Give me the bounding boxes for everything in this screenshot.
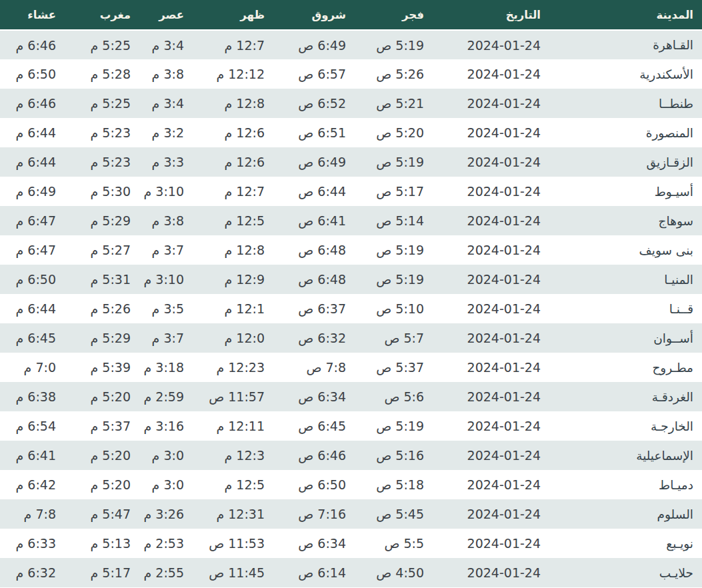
cell-fajr: 4:50 ص [355, 558, 433, 587]
cell-asr: 3:18 م [139, 353, 193, 382]
cell-dhuhr: 12:0 م [193, 323, 273, 353]
cell-date: 2024-01-24 [433, 323, 549, 353]
date-value: 2024-01-24 [467, 477, 541, 492]
date-value: 2024-01-24 [467, 331, 541, 345]
cell-sunrise: 6:37 ص [273, 294, 355, 323]
table-row: طنطــا2024-01-245:21 ص6:52 ص12:8 م3:4 م5… [0, 89, 702, 118]
cell-maghrib: 5:23 م [65, 118, 139, 147]
cell-dhuhr: 12:6 م [193, 147, 273, 177]
cell-date: 2024-01-24 [433, 147, 549, 177]
cell-date: 2024-01-24 [433, 441, 549, 470]
cell-maghrib: 5:29 م [65, 323, 139, 353]
cell-isha: 6:32 م [0, 558, 65, 587]
table-row: أسيـوط2024-01-245:17 ص6:44 ص12:7 م3:10 م… [0, 177, 702, 206]
table-row: سوهاج2024-01-245:14 ص6:41 ص12:5 م3:8 م5:… [0, 206, 702, 235]
cell-city: حلايـب [549, 558, 702, 587]
table-row: دميـاط2024-01-245:18 ص6:50 ص12:5 م3:0 م5… [0, 470, 702, 499]
cell-asr: 2:55 م [139, 558, 193, 587]
cell-sunrise: 6:50 ص [273, 470, 355, 499]
cell-asr: 3:7 م [139, 235, 193, 265]
cell-sunrise: 7:8 ص [273, 353, 355, 382]
cell-asr: 3:2 م [139, 118, 193, 147]
cell-maghrib: 5:27 م [65, 235, 139, 265]
cell-city: بنى سويف [549, 235, 702, 265]
cell-sunrise: 6:45 ص [273, 411, 355, 441]
cell-maghrib: 5:20 م [65, 470, 139, 499]
cell-dhuhr: 11:45 ص [193, 558, 273, 587]
cell-sunrise: 6:14 ص [273, 558, 355, 587]
cell-isha: 6:44 م [0, 118, 65, 147]
cell-asr: 3:8 م [139, 206, 193, 235]
cell-dhuhr: 12:12 م [193, 59, 273, 89]
cell-sunrise: 6:48 ص [273, 265, 355, 294]
cell-sunrise: 6:57 ص [273, 59, 355, 89]
cell-city: القـاهرة [549, 30, 702, 59]
column-header-isha: عشاء [0, 0, 65, 30]
table-row: الأسكندرية2024-01-245:26 ص6:57 ص12:12 م3… [0, 59, 702, 89]
table-header: المدينةالتاريخفجرشروقظهرعصرمغربعشاء [0, 0, 702, 30]
cell-fajr: 5:19 ص [355, 411, 433, 441]
cell-date: 2024-01-24 [433, 206, 549, 235]
cell-maghrib: 5:31 م [65, 265, 139, 294]
cell-maghrib: 5:26 م [65, 294, 139, 323]
cell-asr: 3:0 م [139, 441, 193, 470]
cell-date: 2024-01-24 [433, 118, 549, 147]
cell-isha: 6:46 م [0, 89, 65, 118]
cell-asr: 3:4 م [139, 89, 193, 118]
cell-fajr: 5:19 ص [355, 147, 433, 177]
date-value: 2024-01-24 [467, 301, 541, 316]
cell-date: 2024-01-24 [433, 499, 549, 529]
cell-fajr: 5:45 ص [355, 499, 433, 529]
cell-asr: 3:7 م [139, 323, 193, 353]
cell-fajr: 5:37 ص [355, 353, 433, 382]
cell-city: الإسماعيلية [549, 441, 702, 470]
cell-date: 2024-01-24 [433, 382, 549, 411]
cell-dhuhr: 12:5 م [193, 206, 273, 235]
cell-dhuhr: 12:8 م [193, 89, 273, 118]
cell-isha: 6:47 م [0, 235, 65, 265]
cell-city: سوهاج [549, 206, 702, 235]
table-row: المنصورة2024-01-245:20 ص6:51 ص12:6 م3:2 … [0, 118, 702, 147]
cell-sunrise: 6:51 ص [273, 118, 355, 147]
table-row: بنى سويف2024-01-245:19 ص6:48 ص12:8 م3:7 … [0, 235, 702, 265]
table-row: القـاهرة2024-01-245:19 ص6:49 ص12:7 م3:4 … [0, 30, 702, 59]
cell-maghrib: 5:28 م [65, 59, 139, 89]
cell-sunrise: 7:16 ص [273, 499, 355, 529]
table-row: المنيـا2024-01-245:19 ص6:48 ص12:9 م3:10 … [0, 265, 702, 294]
cell-city: المنصورة [549, 118, 702, 147]
cell-date: 2024-01-24 [433, 294, 549, 323]
cell-city: نويـبع [549, 529, 702, 558]
cell-city: السلوم [549, 499, 702, 529]
cell-date: 2024-01-24 [433, 177, 549, 206]
cell-maghrib: 5:13 م [65, 529, 139, 558]
cell-asr: 2:53 م [139, 529, 193, 558]
cell-maghrib: 5:25 م [65, 89, 139, 118]
cell-sunrise: 6:34 ص [273, 382, 355, 411]
cell-fajr: 5:20 ص [355, 118, 433, 147]
cell-city: الزقـازيق [549, 147, 702, 177]
cell-city: الأسكندرية [549, 59, 702, 89]
cell-sunrise: 6:49 ص [273, 30, 355, 59]
cell-sunrise: 6:52 ص [273, 89, 355, 118]
column-header-city: المدينة [549, 0, 702, 30]
cell-date: 2024-01-24 [433, 89, 549, 118]
cell-date: 2024-01-24 [433, 353, 549, 382]
cell-asr: 3:4 م [139, 30, 193, 59]
cell-fajr: 5:7 ص [355, 323, 433, 353]
cell-fajr: 5:5 ص [355, 529, 433, 558]
cell-city: مطـروح [549, 353, 702, 382]
table-row: نويـبع2024-01-245:5 ص6:34 ص11:53 ص2:53 م… [0, 529, 702, 558]
column-header-fajr: فجر [355, 0, 433, 30]
cell-sunrise: 6:49 ص [273, 147, 355, 177]
table-row: مطـروح2024-01-245:37 ص7:8 ص12:23 م3:18 م… [0, 353, 702, 382]
table-row: حلايـب2024-01-244:50 ص6:14 ص11:45 ص2:55 … [0, 558, 702, 587]
cell-maghrib: 5:20 م [65, 441, 139, 470]
prayer-times-page: المدينةالتاريخفجرشروقظهرعصرمغربعشاء القـ… [0, 0, 702, 588]
cell-date: 2024-01-24 [433, 59, 549, 89]
date-value: 2024-01-24 [467, 419, 541, 433]
cell-isha: 6:44 م [0, 147, 65, 177]
table-row: الزقـازيق2024-01-245:19 ص6:49 ص12:6 م3:3… [0, 147, 702, 177]
cell-dhuhr: 12:23 م [193, 353, 273, 382]
column-header-asr: عصر [139, 0, 193, 30]
cell-maghrib: 5:39 م [65, 353, 139, 382]
